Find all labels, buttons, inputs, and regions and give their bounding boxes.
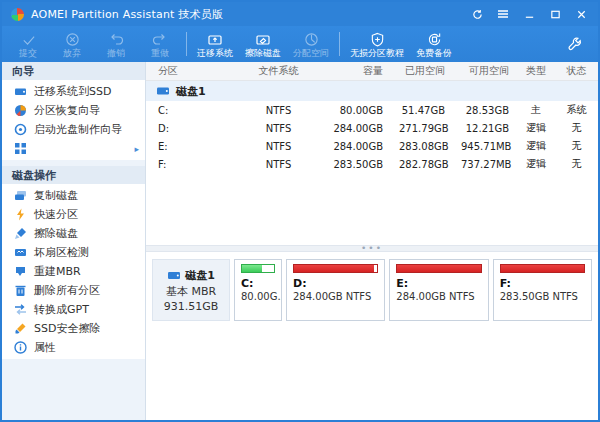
partition-block-c[interactable]: C: 80.00G... [234, 259, 282, 321]
info-icon [14, 341, 27, 354]
toolbar-separator [186, 32, 187, 56]
col-capacity: 容量 [321, 64, 391, 78]
toolbar: 提交 放弃 撤销 重做 迁移系统 擦除磁盘 分配空间 无损 [2, 26, 598, 62]
sidebar-item-wipe-disk[interactable]: 擦除磁盘 [2, 224, 145, 243]
sidebar-item-properties[interactable]: 属性 [2, 338, 145, 357]
commit-button[interactable]: 提交 [6, 26, 50, 62]
sidebar-item-more-wizards[interactable]: ▸ [2, 139, 145, 158]
table-empty-area [146, 173, 598, 245]
table-row[interactable]: F: NTFS 283.50GB 282.78GB 737.27MB 逻辑 无 [146, 155, 598, 173]
usage-bar [500, 264, 585, 273]
col-used: 已用空间 [391, 64, 453, 78]
wipe-disk-button[interactable]: 擦除磁盘 [239, 26, 287, 62]
disk-size-label: 931.51GB [164, 300, 219, 313]
sidebar-item-bad-sector-test[interactable]: 坏扇区检测 [2, 243, 145, 262]
section-header-disk-operations: 磁盘操作 [2, 166, 145, 184]
discard-button[interactable]: 放弃 [50, 26, 94, 62]
col-type: 类型 [517, 64, 555, 78]
tutorial-shield-icon [370, 31, 385, 47]
sidebar-item-quick-partition[interactable]: 快速分区 [2, 205, 145, 224]
disk-layout-label: 基本 MBR [166, 284, 216, 299]
sidebar-item-ssd-secure-erase[interactable]: SSD安全擦除 [2, 319, 145, 338]
redo-icon [152, 31, 168, 47]
refresh-icon[interactable] [466, 5, 488, 23]
toolbar-separator [339, 32, 340, 56]
disk-map-panel: 磁盘1 基本 MBR 931.51GB C: 80.00G... D: 284.… [146, 252, 598, 420]
copy-disk-icon [14, 189, 27, 202]
partition-block-d[interactable]: D: 284.00GB NTFS [286, 259, 385, 321]
partition-block-f[interactable]: F: 283.50GB NTFS [493, 259, 592, 321]
partition-block-e[interactable]: E: 284.00GB NTFS [389, 259, 488, 321]
allocate-space-button[interactable]: 分配空间 [287, 26, 335, 62]
table-row[interactable]: C: NTFS 80.00GB 51.47GB 28.53GB 主 系统 [146, 101, 598, 119]
trash-icon [14, 284, 27, 297]
migrate-os-icon [207, 31, 223, 47]
lightning-icon [14, 208, 27, 221]
allocate-space-icon [304, 31, 319, 47]
redo-button[interactable]: 重做 [138, 26, 182, 62]
settings-wrench-icon[interactable] [562, 31, 588, 57]
ssd-erase-icon [14, 322, 27, 335]
minimize-icon[interactable] [518, 5, 540, 23]
table-row[interactable]: E: NTFS 284.00GB 283.08GB 945.71MB 逻辑 无 [146, 137, 598, 155]
undo-button[interactable]: 撤销 [94, 26, 138, 62]
col-partition: 分区 [146, 64, 236, 78]
rebuild-mbr-icon [14, 265, 27, 278]
sidebar-item-delete-all-partitions[interactable]: 删除所有分区 [2, 281, 145, 300]
sidebar-item-convert-to-gpt[interactable]: 转换成GPT [2, 300, 145, 319]
migrate-os-button[interactable]: 迁移系统 [191, 26, 239, 62]
sidebar-item-make-bootable-media[interactable]: 启动光盘制作向导 [2, 120, 145, 139]
panel-splitter[interactable]: ••• [146, 245, 598, 252]
chevron-right-icon: ▸ [134, 144, 139, 154]
aomei-logo-icon [11, 8, 24, 21]
sidebar-item-migrate-to-ssd[interactable]: 迁移系统到SSD [2, 82, 145, 101]
sidebar-item-partition-recovery[interactable]: 分区恢复向导 [2, 101, 145, 120]
undo-icon [108, 31, 124, 47]
partition-table: 分区 文件系统 容量 已用空间 可用空间 类型 状态 磁盘1 C: NTFS 8… [146, 62, 598, 245]
wipe-disk-icon [255, 31, 271, 47]
convert-arrows-icon [14, 303, 27, 316]
usage-bar [396, 264, 481, 273]
migrate-ssd-icon [14, 85, 27, 98]
free-backup-icon [427, 31, 442, 47]
sidebar-item-copy-disk[interactable]: 复制磁盘 [2, 186, 145, 205]
table-row[interactable]: D: NTFS 284.00GB 271.79GB 12.21GB 逻辑 无 [146, 119, 598, 137]
table-header-row: 分区 文件系统 容量 已用空间 可用空间 类型 状态 [146, 62, 598, 81]
titlebar: AOMEI Partition Assistant 技术员版 [2, 2, 598, 26]
close-icon[interactable] [570, 5, 592, 23]
section-header-wizards: 向导 [2, 62, 145, 80]
main-panel: 分区 文件系统 容量 已用空间 可用空间 类型 状态 磁盘1 C: NTFS 8… [146, 62, 598, 420]
disk-icon [167, 270, 181, 281]
usage-bar [241, 264, 275, 273]
disk-group-row[interactable]: 磁盘1 [146, 81, 598, 101]
col-free: 可用空间 [453, 64, 517, 78]
sidebar: 向导 迁移系统到SSD 分区恢复向导 启动光盘制作向导 [2, 62, 146, 420]
maximize-icon[interactable] [544, 5, 566, 23]
commit-check-icon [21, 31, 36, 47]
sidebar-item-rebuild-mbr[interactable]: 重建MBR [2, 262, 145, 281]
wipe-brush-icon [14, 227, 27, 240]
col-filesystem: 文件系统 [236, 64, 321, 78]
grid-icon [14, 142, 27, 155]
window-title: AOMEI Partition Assistant 技术员版 [31, 7, 223, 22]
disk-icon [156, 85, 170, 97]
bootable-disc-icon [14, 123, 27, 136]
free-backup-button[interactable]: 免费备份 [410, 26, 458, 62]
lossless-tutorial-button[interactable]: 无损分区教程 [344, 26, 410, 62]
discard-icon [65, 31, 80, 47]
disk-info-box[interactable]: 磁盘1 基本 MBR 931.51GB [152, 259, 230, 321]
col-status: 状态 [555, 64, 598, 78]
menu-icon[interactable] [492, 5, 514, 23]
partition-recovery-icon [14, 104, 27, 117]
bad-sector-icon [14, 246, 27, 259]
usage-bar [293, 264, 378, 273]
app-window: AOMEI Partition Assistant 技术员版 提交 [0, 0, 600, 422]
